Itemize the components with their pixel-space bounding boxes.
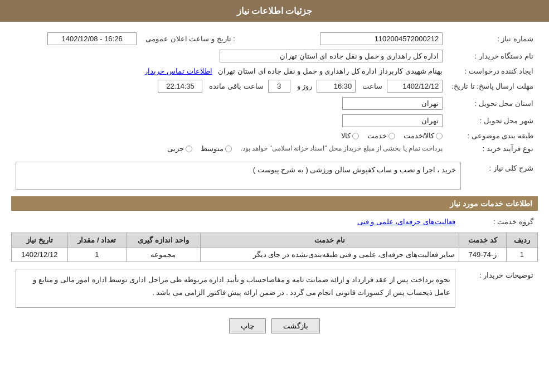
- response-time: 16:30: [317, 80, 356, 93]
- process-option-motavaset[interactable]: متوسط: [201, 144, 232, 153]
- category-option-kala[interactable]: کالا: [341, 132, 359, 140]
- buyer-notes-box: نحوه پرداخت پس از عقد قرارداد و ارائه ضم…: [16, 269, 455, 308]
- cell-code: ز-74-749: [459, 248, 506, 262]
- category-option-khedmat[interactable]: خدمت: [367, 132, 395, 140]
- response-time-label: ساعت: [362, 82, 382, 90]
- remaining-time-label: ساعت باقی مانده: [209, 82, 263, 90]
- col-header-unit: واحد اندازه گیری: [127, 233, 201, 248]
- buyer-org-value: اداره کل راهداری و حمل و نقل جاده ای است…: [220, 50, 443, 62]
- need-number-input: 1102004572000212: [320, 32, 443, 45]
- col-header-date: تاریخ نیاز: [12, 233, 68, 248]
- response-deadline-label: مهلت ارسال پاسخ: تا تاریخ:: [447, 78, 538, 95]
- cell-unit: مجموعه: [127, 248, 201, 262]
- remaining-time: 22:14:35: [158, 80, 202, 93]
- process-note: پرداخت تمام یا بخشی از مبلغ خریداز محل "…: [240, 144, 443, 152]
- creator-label: ایجاد کننده درخواست :: [447, 65, 538, 78]
- need-number-value: 1102004572000212: [273, 30, 448, 47]
- radio-icon-motavaset: [225, 146, 232, 152]
- back-button[interactable]: بازگشت: [271, 318, 320, 333]
- col-header-name: نام خدمت: [200, 233, 459, 248]
- services-table: ردیف کد خدمت نام خدمت واحد اندازه گیری ت…: [11, 233, 538, 262]
- need-description-box: خرید ، اجرا و نصب و ساب کفپوش سالن ورزشی…: [16, 162, 461, 190]
- col-header-row: ردیف: [506, 233, 537, 248]
- service-group-value[interactable]: فعالیت‌های حرفه‌ای، علمی و فنی: [357, 217, 455, 226]
- cell-name: سایر فعالیت‌های حرفه‌ای، علمی و فنی طبقه…: [200, 248, 459, 262]
- category-khedmat-label: خدمت: [367, 132, 387, 140]
- province-label: استان محل تحویل :: [447, 95, 538, 112]
- process-label: نوع فرآیند خرید :: [447, 142, 538, 155]
- col-header-qty: تعداد / مقدار: [67, 233, 126, 248]
- need-desc-label: شرح کلی نیاز :: [465, 159, 538, 192]
- radio-icon-khedmat: [388, 133, 395, 139]
- radio-icon-kala-khedmat: [436, 133, 443, 139]
- category-label: طبقه بندی موضوعی :: [447, 129, 538, 142]
- print-button[interactable]: چاپ: [229, 318, 266, 333]
- radio-icon-kala: [352, 133, 359, 139]
- cell-qty: 1: [67, 248, 126, 262]
- category-kala-khedmat-label: کالا/خدمت: [404, 132, 435, 140]
- col-header-code: کد خدمت: [459, 233, 506, 248]
- cell-row: 1: [506, 248, 537, 262]
- buyer-notes-label: توضیحات خریدار :: [460, 267, 538, 310]
- announce-label: تاریخ و ساعت اعلان عمومی :: [141, 30, 240, 47]
- service-group-label: گروه خدمت :: [460, 215, 538, 228]
- buyer-org-label: نام دستگاه خریدار :: [447, 47, 538, 65]
- page-header: جزئیات اطلاعات نیاز: [0, 0, 549, 22]
- response-days: 3: [268, 80, 290, 93]
- buttons-row: بازگشت چاپ: [11, 318, 538, 333]
- creator-value: بهنام شهیدی کاربرداز اداره کل راهداری و …: [218, 67, 443, 75]
- radio-icon-jozi: [186, 146, 192, 152]
- table-row: 1 ز-74-749 سایر فعالیت‌های حرفه‌ای، علمی…: [12, 248, 538, 262]
- response-days-label: روز و: [297, 82, 313, 90]
- cell-date: 1402/12/12: [12, 248, 68, 262]
- response-date: 1402/12/12: [387, 80, 443, 93]
- need-number-label: شماره نیاز :: [447, 30, 538, 47]
- province-value: تهران: [342, 97, 443, 110]
- process-option-jozi[interactable]: جزیی: [167, 144, 192, 153]
- category-kala-label: کالا: [341, 132, 351, 140]
- services-section-header: اطلاعات خدمات مورد نیاز: [11, 196, 538, 211]
- page-title: جزئیات اطلاعات نیاز: [237, 6, 313, 16]
- creator-contact-link[interactable]: اطلاعات تماس خریدار: [144, 67, 212, 75]
- process-motavaset-label: متوسط: [201, 144, 224, 153]
- category-radio-group: کالا/خدمت خدمت کالا: [16, 132, 443, 140]
- process-jozi-label: جزیی: [167, 144, 184, 153]
- city-label: شهر محل تحویل :: [447, 112, 538, 129]
- category-option-kala-khedmat[interactable]: کالا/خدمت: [404, 132, 443, 140]
- process-radio-group: متوسط جزیی: [167, 144, 232, 153]
- city-value: تهران: [342, 114, 443, 127]
- announce-value: 1402/12/08 - 16:26: [47, 32, 137, 45]
